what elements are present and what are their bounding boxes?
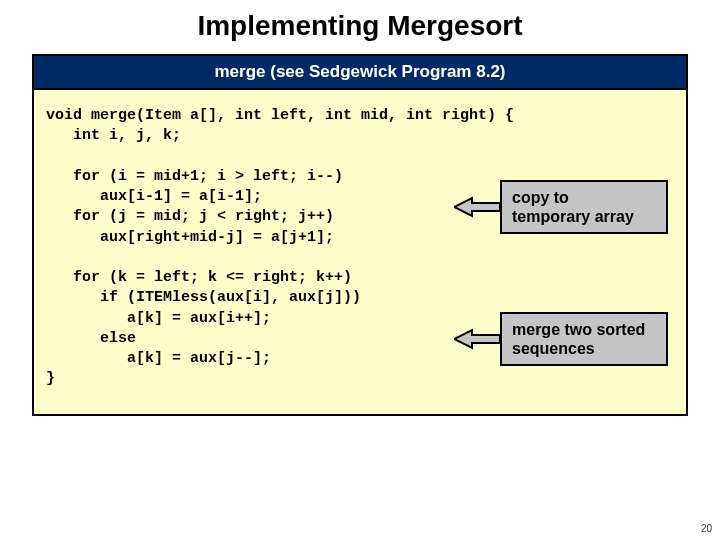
panel-body: void merge(Item a[], int left, int mid, … [34,90,686,414]
page-title: Implementing Mergesort [0,0,720,54]
page-number: 20 [701,523,712,534]
svg-marker-1 [454,330,500,348]
svg-marker-0 [454,198,500,216]
code-panel: merge (see Sedgewick Program 8.2) void m… [32,54,688,416]
slide: Implementing Mergesort merge (see Sedgew… [0,0,720,540]
callout-copy: copy totemporary array [500,180,668,234]
arrow-left-icon [454,328,500,350]
callout-merge: merge two sortedsequences [500,312,668,366]
arrow-left-icon [454,196,500,218]
panel-header: merge (see Sedgewick Program 8.2) [34,56,686,90]
